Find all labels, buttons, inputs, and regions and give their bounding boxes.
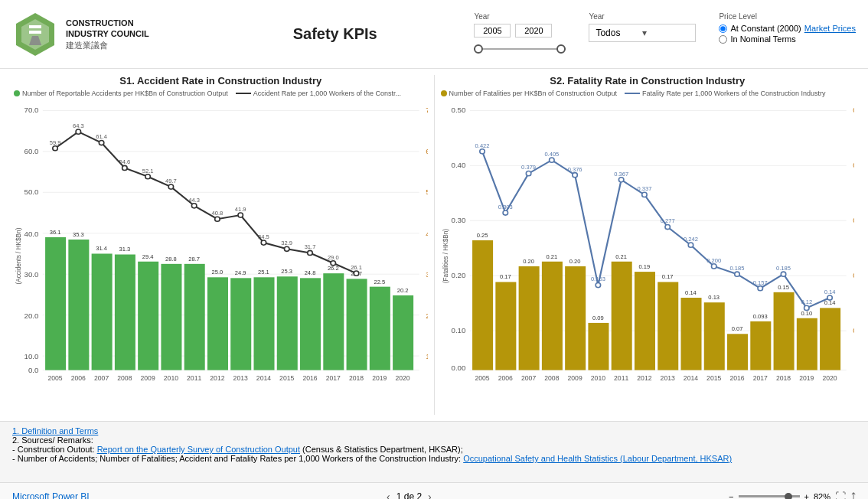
svg-text:30.0: 30.0	[24, 271, 39, 279]
svg-text:0.20: 0.20	[569, 258, 580, 265]
logo-area: CONSTRUCTION INDUSTRY COUNCIL 建造業議會	[12, 11, 196, 57]
svg-text:59.9: 59.9	[50, 139, 61, 146]
svg-text:41.9: 41.9	[235, 206, 246, 213]
construction-output-link[interactable]: Report on the Quarterly Survey of Constr…	[97, 445, 300, 454]
chart1-svg: 70.0 60.0 50.0 40.0 30.0 20.0 10.0 0.0 7…	[14, 99, 428, 382]
bar-2005	[45, 237, 66, 370]
svg-text:2008: 2008	[544, 374, 560, 382]
price-option-constant[interactable]: At Constant (2000) Market Prices	[719, 24, 856, 33]
chart2-bar-icon	[441, 90, 447, 96]
svg-text:2013: 2013	[233, 374, 249, 382]
svg-text:0.242: 0.242	[683, 236, 697, 243]
bar-2013	[230, 278, 251, 370]
svg-text:(Fatalities / HK$Bn): (Fatalities / HK$Bn)	[441, 229, 449, 283]
chart2-legend-line: Fatality Rate per 1,000 Workers of the C…	[625, 90, 825, 97]
zoom-slider-thumb[interactable]	[785, 493, 792, 500]
bar-2008	[115, 255, 135, 370]
svg-point-131	[641, 192, 646, 197]
svg-point-55	[308, 250, 312, 255]
price-option-nominal[interactable]: In Nominal Terms	[719, 34, 856, 44]
bar-2006	[68, 240, 89, 370]
bar-2016	[300, 278, 321, 370]
svg-text:10.0: 10.0	[24, 352, 39, 360]
chart1-legend-line: Accident Rate per 1,000 Workers of the C…	[236, 90, 401, 97]
svg-text:61.4: 61.4	[96, 134, 107, 141]
chart2-svg: 0.50 0.40 0.30 0.20 0.10 0.00 0.400 0.30…	[441, 99, 855, 382]
svg-text:0.00: 0.00	[451, 364, 465, 372]
svg-text:20.0: 20.0	[426, 311, 427, 320]
fullscreen-icon[interactable]: ⛶	[835, 491, 846, 500]
svg-text:32.9: 32.9	[281, 240, 292, 246]
svg-text:70.0: 70.0	[24, 106, 39, 115]
svg-text:0.367: 0.367	[614, 171, 628, 178]
svg-text:2006: 2006	[498, 374, 513, 382]
year-start-input[interactable]	[474, 24, 511, 38]
prev-page-button[interactable]: ‹	[387, 491, 390, 500]
market-prices-link[interactable]: Market Prices	[804, 24, 856, 33]
svg-text:0.200: 0.200	[706, 257, 721, 264]
chart1-legend-bar: Number of Reportable Accidents per HK$Bn…	[14, 90, 228, 97]
chart1-title: S1. Accident Rate in Construction Indust…	[14, 75, 428, 86]
chart2-line-icon	[625, 93, 640, 94]
svg-point-56	[331, 261, 335, 266]
bar2-2014	[680, 298, 701, 370]
svg-text:50.0: 50.0	[24, 188, 39, 197]
svg-text:0.300: 0.300	[853, 161, 854, 170]
svg-text:0.400: 0.400	[853, 106, 854, 115]
svg-point-51	[215, 217, 220, 221]
chart2-legend-bar: Number of Fatalities per HK$Bn of Constr…	[441, 90, 618, 97]
footer-notes: 1. Definition and Terms 2. Sources/ Rema…	[0, 421, 868, 482]
bar-2019	[370, 287, 390, 370]
svg-text:30.0: 30.0	[426, 271, 427, 279]
bar-2012	[207, 277, 228, 370]
svg-text:2006: 2006	[71, 374, 86, 382]
slider-thumb-right[interactable]	[556, 44, 566, 54]
chart1-legend-line-text: Accident Rate per 1,000 Workers of the C…	[253, 90, 401, 97]
zoom-plus-button[interactable]: +	[804, 492, 809, 500]
price-radio-nominal[interactable]	[719, 35, 727, 44]
share-icon[interactable]: ⤴	[850, 491, 856, 500]
svg-point-137	[781, 272, 785, 276]
svg-text:0.337: 0.337	[637, 185, 651, 192]
svg-text:31.3: 31.3	[119, 246, 130, 253]
svg-text:2008: 2008	[117, 374, 132, 382]
svg-text:20.2: 20.2	[397, 287, 409, 294]
svg-point-49	[168, 184, 173, 189]
zoom-controls: − + 82% ⛶ ⤴	[729, 491, 856, 500]
bar-2007	[92, 253, 113, 370]
zoom-slider[interactable]	[739, 495, 800, 497]
price-radio-constant[interactable]	[719, 24, 727, 33]
svg-text:40.0: 40.0	[426, 230, 427, 238]
chart1-legend-bar-text: Number of Reportable Accidents per HK$Bn…	[22, 90, 228, 97]
bottom-bar: Microsoft Power BI ‹ 1 de 2 › − + 82% ⛶ …	[0, 482, 868, 499]
svg-text:2009: 2009	[141, 374, 156, 382]
occupational-safety-link[interactable]: Occupational Safety and Health Statistic…	[463, 454, 732, 463]
slider-thumb-left[interactable]	[474, 44, 483, 54]
chart2-title: S2. Fatality Rate in Construction Indust…	[441, 75, 855, 86]
powerbi-link[interactable]: Microsoft Power BI	[12, 491, 90, 500]
note1-link[interactable]: 1. Definition and Terms	[12, 426, 98, 435]
svg-text:2019: 2019	[372, 374, 387, 382]
svg-text:29.4: 29.4	[142, 253, 154, 260]
chart2-legend-line-text: Fatality Rate per 1,000 Workers of the C…	[642, 90, 825, 97]
svg-text:0.50: 0.50	[451, 106, 465, 115]
svg-point-125	[503, 210, 507, 215]
svg-text:0.422: 0.422	[475, 142, 489, 149]
zoom-minus-button[interactable]: −	[729, 492, 733, 500]
header: CONSTRUCTION INDUSTRY COUNCIL 建造業議會 Safe…	[0, 0, 868, 69]
svg-text:2019: 2019	[799, 374, 814, 382]
svg-text:0.19: 0.19	[638, 263, 650, 270]
bar2-2013	[658, 282, 678, 370]
next-page-button[interactable]: ›	[428, 491, 432, 500]
bar2-2018	[773, 292, 794, 370]
svg-point-138	[804, 305, 808, 310]
svg-point-128	[572, 173, 576, 178]
svg-text:2012: 2012	[637, 374, 652, 382]
year-slider[interactable]	[474, 42, 566, 56]
svg-text:24.9: 24.9	[235, 269, 246, 276]
bar2-2016	[727, 334, 748, 370]
page-indicator: 1 de 2	[396, 491, 422, 500]
year-dropdown[interactable]: Todos ▾	[589, 24, 696, 42]
bar-2010	[161, 264, 181, 370]
year-end-input[interactable]	[515, 24, 552, 38]
